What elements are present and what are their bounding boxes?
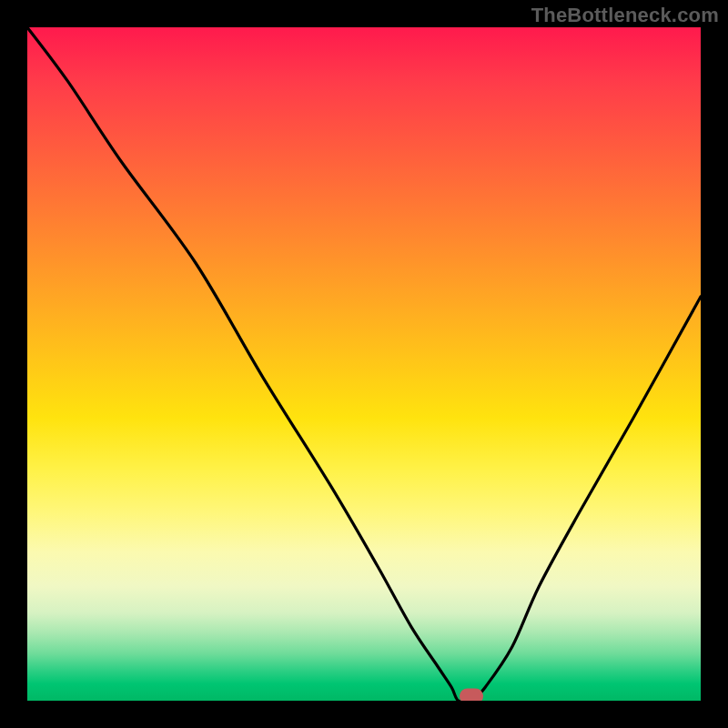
optimum-marker [460, 688, 483, 701]
plot-area [27, 27, 701, 701]
chart-frame: TheBottleneck.com [0, 0, 728, 728]
watermark-text: TheBottleneck.com [531, 4, 719, 27]
bottleneck-curve [27, 27, 701, 701]
